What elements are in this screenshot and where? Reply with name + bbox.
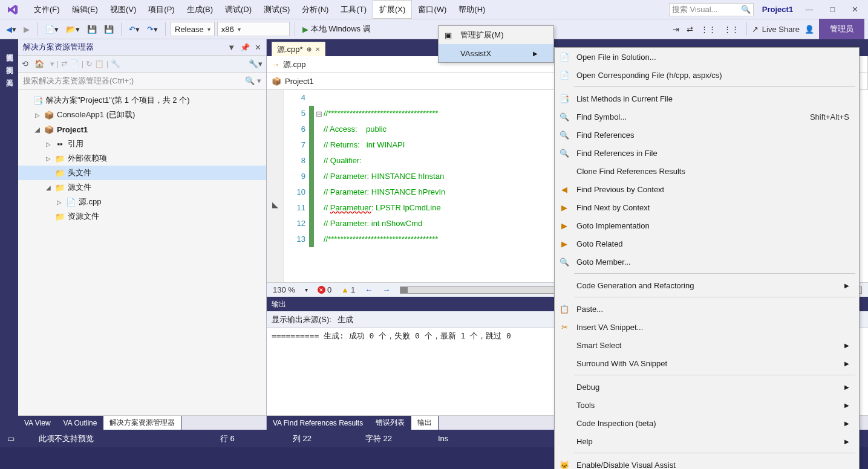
vax-item[interactable]: Help▶ (555, 432, 859, 450)
menu-帮助H[interactable]: 帮助(H) (452, 0, 491, 19)
context-file-label: 源.cpp (283, 59, 306, 70)
nav-fwd-button[interactable]: ▶ (21, 22, 32, 36)
twisty-icon[interactable]: ▷ (45, 155, 52, 162)
tb-icon-4[interactable]: ⋮⋮ (721, 22, 742, 36)
tb-icon-3[interactable]: ⋮⋮ (698, 22, 719, 36)
vax-item[interactable]: ◀Find Previous by Context (555, 180, 859, 198)
live-share-button[interactable]: ↗ Live Share (752, 25, 800, 34)
warning-count[interactable]: ▲ 1 (341, 285, 355, 294)
vax-item[interactable]: Debug▶ (555, 378, 859, 396)
tree-node[interactable]: 📁资源文件 (18, 209, 266, 224)
menu-测试S[interactable]: 测试(S) (258, 0, 296, 19)
feedback-button[interactable]: 👤 (802, 22, 817, 36)
vax-item[interactable]: 📋Paste... (555, 300, 859, 318)
menu-工具T[interactable]: 工具(T) (334, 0, 373, 19)
menu-manage-extensions[interactable]: ▣ 管理扩展(M) (439, 26, 553, 44)
tab-solution-explorer[interactable]: 解决方案资源管理器 (103, 416, 181, 430)
menu-调试D[interactable]: 调试(D) (219, 0, 258, 19)
twisty-icon[interactable]: ◢ (34, 126, 41, 133)
twisty-icon[interactable]: ▷ (34, 112, 41, 118)
close-button[interactable]: ✕ (852, 5, 858, 14)
zoom-level[interactable]: 130 % (273, 285, 295, 294)
panel-pin-icon[interactable]: 📌 (240, 43, 250, 52)
vax-item[interactable]: 🔍Goto Member... (555, 253, 859, 271)
side-tab-resource[interactable]: 资源视图 (0, 42, 18, 54)
vax-item[interactable]: Clone Find References Results (555, 162, 859, 180)
tree-node[interactable]: ▷📁外部依赖项 (18, 151, 266, 166)
save-button[interactable]: 💾 (85, 22, 99, 36)
vax-item[interactable]: Smart Select▶ (555, 336, 859, 354)
solution-search[interactable]: 搜索解决方案资源管理器(Ctrl+;) 🔍 ▾ (18, 73, 266, 89)
panel-dropdown-icon[interactable]: ▼ (227, 43, 235, 52)
tb-icon-2[interactable]: ⇄ (684, 22, 696, 36)
menu-项目P[interactable]: 项目(P) (142, 0, 180, 19)
sol-tb-home-icon[interactable]: ⟲ (22, 59, 28, 68)
nav-back-button[interactable]: ◀ ▾ (4, 22, 19, 36)
vax-item[interactable]: 📄Open File in Solution... (555, 48, 859, 66)
tree-node[interactable]: ▷📦ConsoleApp1 (已卸载) (18, 108, 266, 122)
sol-tb-house-icon[interactable]: 🏠 (34, 59, 44, 68)
panel-close-icon[interactable]: ✕ (255, 43, 261, 52)
editor-tab-source[interactable]: 源.cpp* ⊕ ✕ (272, 42, 325, 56)
menu-分析N[interactable]: 分析(N) (296, 0, 334, 19)
vax-item[interactable]: ✂Insert VA Snippet... (555, 318, 859, 336)
tab-va-outline[interactable]: VA Outline (57, 416, 104, 430)
vax-item[interactable]: Code Inspection (beta)▶ (555, 414, 859, 432)
solution-tree[interactable]: 📑解决方案"Project1"(第 1 个项目，共 2 个)▷📦ConsoleA… (18, 89, 266, 415)
menu-manage-ext-label: 管理扩展(M) (460, 30, 504, 40)
menu-视图V[interactable]: 视图(V) (104, 0, 142, 19)
output-source-value[interactable]: 生成 (338, 314, 353, 325)
menu-生成B[interactable]: 生成(B) (181, 0, 219, 19)
vax-item[interactable]: Surround With VA Snippet▶ (555, 354, 859, 372)
sol-tb-wrench-icon[interactable]: 🔧▾ (249, 59, 263, 68)
out-tab-refs[interactable]: VA Find References Results (267, 416, 370, 430)
twisty-icon[interactable]: ▷ (45, 141, 52, 147)
tree-node[interactable]: ▷▪▪引用 (18, 137, 266, 151)
undo-button[interactable]: ↶▾ (126, 22, 142, 36)
vax-item[interactable]: 🔍Find References (555, 126, 859, 144)
vax-item[interactable]: 📑List Methods in Current File (555, 89, 859, 108)
open-button[interactable]: 📂▾ (64, 22, 82, 36)
side-tab-class[interactable]: 类视图 (0, 54, 18, 67)
menu-vassistx[interactable]: VAssistX ▶ (439, 44, 553, 62)
save-all-button[interactable]: 💾 (102, 22, 116, 36)
vax-item[interactable]: Tools▶ (555, 396, 859, 414)
config-combo[interactable]: Release (171, 22, 215, 36)
vax-item[interactable]: 📄Open Corresponding File (h/cpp, aspx/cs… (555, 66, 859, 84)
minimize-button[interactable]: — (805, 5, 813, 14)
error-count[interactable]: ✕ 0 (318, 285, 331, 294)
tree-node[interactable]: ▷📄源.cpp (18, 195, 266, 209)
twisty-icon[interactable]: ▷ (56, 199, 63, 205)
vax-item[interactable]: ▶Goto Implementation (555, 216, 859, 234)
menu-扩展X[interactable]: 扩展(X) (373, 0, 412, 19)
tree-node[interactable]: 📑解决方案"Project1"(第 1 个项目，共 2 个) (18, 93, 266, 108)
vax-item[interactable]: ▶Goto Related (555, 234, 859, 253)
new-button[interactable]: 📄▾ (42, 22, 61, 36)
out-tab-output[interactable]: 输出 (411, 416, 439, 430)
vax-item[interactable]: 🐱Enable/Disable Visual Assist (555, 456, 859, 469)
platform-combo[interactable]: x86 (217, 22, 290, 36)
menu-窗口W[interactable]: 窗口(W) (412, 0, 452, 19)
vax-item[interactable]: 🔍Find References in File (555, 144, 859, 162)
out-tab-errors[interactable]: 错误列表 (370, 416, 411, 430)
menu-文件F[interactable]: 文件(F) (28, 0, 66, 19)
tab-va-view[interactable]: VA View (18, 416, 57, 430)
tb-icon-1[interactable]: ⇥ (670, 22, 682, 36)
vax-item[interactable]: Code Generation and Refactoring▶ (555, 276, 859, 294)
redo-button[interactable]: ↷▾ (145, 22, 160, 36)
start-debug-button[interactable]: ▶ 本地 Windows 调 (300, 22, 373, 36)
nav-left-icon[interactable]: ← (365, 285, 373, 294)
search-box[interactable]: 搜索 Visual... 🔍 (669, 3, 754, 16)
close-tab-icon[interactable]: ✕ (315, 46, 320, 53)
tree-node[interactable]: 📁头文件 (18, 166, 266, 180)
twisty-icon[interactable]: ◢ (45, 184, 52, 191)
nav-right-icon[interactable]: → (382, 285, 390, 294)
tree-node[interactable]: ◢📦Project1 (18, 122, 266, 137)
tree-node[interactable]: ◢📁源文件 (18, 180, 266, 195)
pin-icon[interactable]: ⊕ (307, 46, 312, 53)
vax-item[interactable]: ▶Find Next by Context (555, 198, 859, 216)
menu-编辑E[interactable]: 编辑(E) (66, 0, 104, 19)
maximize-button[interactable]: □ (830, 5, 835, 14)
side-tab-toolbox[interactable]: 工具箱 (0, 67, 18, 80)
vax-item[interactable]: 🔍Find Symbol...Shift+Alt+S (555, 108, 859, 126)
